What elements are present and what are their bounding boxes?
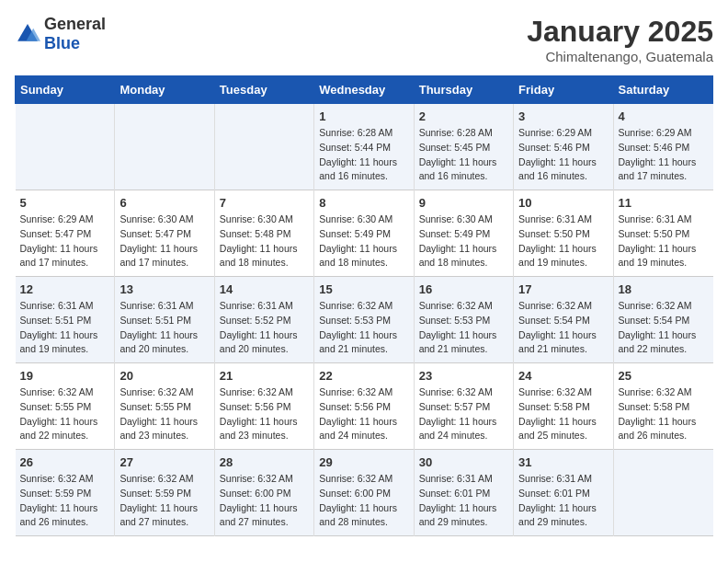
calendar-cell: 19Sunrise: 6:32 AM Sunset: 5:55 PM Dayli… bbox=[16, 363, 115, 450]
location-subtitle: Chimaltenango, Guatemala bbox=[527, 49, 713, 64]
day-info: Sunrise: 6:31 AM Sunset: 5:51 PM Dayligh… bbox=[119, 299, 209, 357]
page-header: General Blue January 2025 Chimaltenango,… bbox=[15, 15, 713, 64]
day-info: Sunrise: 6:28 AM Sunset: 5:44 PM Dayligh… bbox=[319, 126, 408, 184]
day-number: 8 bbox=[319, 196, 408, 210]
month-title: January 2025 bbox=[527, 15, 713, 49]
calendar-cell: 15Sunrise: 6:32 AM Sunset: 5:53 PM Dayli… bbox=[314, 277, 414, 363]
day-number: 22 bbox=[319, 369, 408, 383]
calendar-cell: 23Sunrise: 6:32 AM Sunset: 5:57 PM Dayli… bbox=[414, 363, 513, 450]
calendar-cell: 21Sunrise: 6:32 AM Sunset: 5:56 PM Dayli… bbox=[214, 363, 313, 450]
day-info: Sunrise: 6:32 AM Sunset: 5:57 PM Dayligh… bbox=[419, 385, 508, 443]
calendar-cell bbox=[115, 104, 214, 190]
weekday-header-saturday: Saturday bbox=[613, 76, 712, 104]
day-number: 23 bbox=[419, 369, 508, 383]
day-number: 5 bbox=[20, 196, 110, 210]
day-info: Sunrise: 6:31 AM Sunset: 5:50 PM Dayligh… bbox=[518, 213, 608, 270]
logo-general: General bbox=[44, 15, 106, 33]
weekday-header-thursday: Thursday bbox=[414, 76, 513, 104]
day-info: Sunrise: 6:32 AM Sunset: 5:56 PM Dayligh… bbox=[319, 385, 408, 443]
calendar-week-row: 12Sunrise: 6:31 AM Sunset: 5:51 PM Dayli… bbox=[16, 277, 713, 363]
calendar-cell: 7Sunrise: 6:30 AM Sunset: 5:48 PM Daylig… bbox=[214, 190, 313, 277]
calendar-cell: 24Sunrise: 6:32 AM Sunset: 5:58 PM Dayli… bbox=[514, 363, 613, 450]
day-number: 7 bbox=[220, 196, 309, 210]
day-info: Sunrise: 6:32 AM Sunset: 5:55 PM Dayligh… bbox=[20, 385, 110, 443]
day-info: Sunrise: 6:32 AM Sunset: 5:56 PM Dayligh… bbox=[220, 385, 309, 443]
day-info: Sunrise: 6:30 AM Sunset: 5:49 PM Dayligh… bbox=[319, 213, 408, 270]
calendar-cell bbox=[613, 450, 712, 536]
calendar-cell: 5Sunrise: 6:29 AM Sunset: 5:47 PM Daylig… bbox=[16, 190, 115, 277]
calendar-cell: 18Sunrise: 6:32 AM Sunset: 5:54 PM Dayli… bbox=[613, 277, 712, 363]
day-info: Sunrise: 6:32 AM Sunset: 5:54 PM Dayligh… bbox=[619, 299, 709, 357]
day-number: 28 bbox=[220, 455, 309, 469]
day-info: Sunrise: 6:31 AM Sunset: 5:51 PM Dayligh… bbox=[20, 299, 110, 357]
day-number: 31 bbox=[518, 455, 608, 469]
weekday-header-wednesday: Wednesday bbox=[314, 76, 414, 104]
day-number: 19 bbox=[20, 369, 110, 383]
day-info: Sunrise: 6:30 AM Sunset: 5:48 PM Dayligh… bbox=[220, 213, 309, 270]
day-info: Sunrise: 6:31 AM Sunset: 5:50 PM Dayligh… bbox=[619, 213, 709, 270]
day-number: 4 bbox=[619, 109, 709, 123]
calendar-cell: 28Sunrise: 6:32 AM Sunset: 6:00 PM Dayli… bbox=[214, 450, 313, 536]
calendar-cell: 26Sunrise: 6:32 AM Sunset: 5:59 PM Dayli… bbox=[16, 450, 115, 536]
weekday-header-sunday: Sunday bbox=[16, 76, 115, 104]
day-number: 18 bbox=[619, 282, 709, 296]
logo-icon bbox=[15, 21, 40, 47]
calendar-cell: 13Sunrise: 6:31 AM Sunset: 5:51 PM Dayli… bbox=[115, 277, 214, 363]
calendar-cell: 22Sunrise: 6:32 AM Sunset: 5:56 PM Dayli… bbox=[314, 363, 414, 450]
day-info: Sunrise: 6:32 AM Sunset: 5:58 PM Dayligh… bbox=[619, 385, 709, 443]
calendar-cell bbox=[214, 104, 313, 190]
day-number: 27 bbox=[119, 455, 209, 469]
day-number: 24 bbox=[518, 369, 608, 383]
calendar-cell bbox=[16, 104, 115, 190]
calendar-cell: 30Sunrise: 6:31 AM Sunset: 6:01 PM Dayli… bbox=[414, 450, 513, 536]
calendar-cell: 8Sunrise: 6:30 AM Sunset: 5:49 PM Daylig… bbox=[314, 190, 414, 277]
day-number: 29 bbox=[319, 455, 408, 469]
logo: General Blue bbox=[15, 15, 106, 53]
calendar-cell: 31Sunrise: 6:31 AM Sunset: 6:01 PM Dayli… bbox=[514, 450, 613, 536]
day-info: Sunrise: 6:32 AM Sunset: 6:00 PM Dayligh… bbox=[220, 472, 309, 530]
calendar-week-row: 26Sunrise: 6:32 AM Sunset: 5:59 PM Dayli… bbox=[16, 450, 713, 536]
day-number: 17 bbox=[518, 282, 608, 296]
calendar-cell: 10Sunrise: 6:31 AM Sunset: 5:50 PM Dayli… bbox=[514, 190, 613, 277]
weekday-header-row: SundayMondayTuesdayWednesdayThursdayFrid… bbox=[16, 76, 713, 104]
calendar-cell: 2Sunrise: 6:28 AM Sunset: 5:45 PM Daylig… bbox=[414, 104, 513, 190]
day-number: 10 bbox=[518, 196, 608, 210]
day-info: Sunrise: 6:29 AM Sunset: 5:46 PM Dayligh… bbox=[619, 126, 709, 184]
day-number: 2 bbox=[419, 109, 508, 123]
day-info: Sunrise: 6:32 AM Sunset: 5:53 PM Dayligh… bbox=[319, 299, 408, 357]
calendar-week-row: 19Sunrise: 6:32 AM Sunset: 5:55 PM Dayli… bbox=[16, 363, 713, 450]
day-number: 25 bbox=[619, 369, 709, 383]
calendar-cell: 1Sunrise: 6:28 AM Sunset: 5:44 PM Daylig… bbox=[314, 104, 414, 190]
day-info: Sunrise: 6:32 AM Sunset: 5:59 PM Dayligh… bbox=[20, 472, 110, 530]
calendar-cell: 4Sunrise: 6:29 AM Sunset: 5:46 PM Daylig… bbox=[613, 104, 712, 190]
day-info: Sunrise: 6:32 AM Sunset: 5:59 PM Dayligh… bbox=[119, 472, 209, 530]
calendar-cell: 9Sunrise: 6:30 AM Sunset: 5:49 PM Daylig… bbox=[414, 190, 513, 277]
calendar-cell: 3Sunrise: 6:29 AM Sunset: 5:46 PM Daylig… bbox=[514, 104, 613, 190]
day-number: 3 bbox=[518, 109, 608, 123]
day-info: Sunrise: 6:31 AM Sunset: 6:01 PM Dayligh… bbox=[518, 472, 608, 530]
day-number: 9 bbox=[419, 196, 508, 210]
day-info: Sunrise: 6:31 AM Sunset: 5:52 PM Dayligh… bbox=[220, 299, 309, 357]
calendar-cell: 17Sunrise: 6:32 AM Sunset: 5:54 PM Dayli… bbox=[514, 277, 613, 363]
calendar-cell: 12Sunrise: 6:31 AM Sunset: 5:51 PM Dayli… bbox=[16, 277, 115, 363]
day-info: Sunrise: 6:32 AM Sunset: 5:58 PM Dayligh… bbox=[518, 385, 608, 443]
day-number: 16 bbox=[419, 282, 508, 296]
day-number: 6 bbox=[119, 196, 209, 210]
calendar-cell: 29Sunrise: 6:32 AM Sunset: 6:00 PM Dayli… bbox=[314, 450, 414, 536]
day-number: 11 bbox=[619, 196, 709, 210]
logo-blue: Blue bbox=[44, 34, 80, 52]
day-info: Sunrise: 6:29 AM Sunset: 5:47 PM Dayligh… bbox=[20, 213, 110, 270]
day-number: 1 bbox=[319, 109, 408, 123]
calendar-cell: 27Sunrise: 6:32 AM Sunset: 5:59 PM Dayli… bbox=[115, 450, 214, 536]
day-info: Sunrise: 6:32 AM Sunset: 5:54 PM Dayligh… bbox=[518, 299, 608, 357]
day-info: Sunrise: 6:32 AM Sunset: 5:53 PM Dayligh… bbox=[419, 299, 508, 357]
weekday-header-tuesday: Tuesday bbox=[214, 76, 313, 104]
calendar-cell: 16Sunrise: 6:32 AM Sunset: 5:53 PM Dayli… bbox=[414, 277, 513, 363]
day-number: 14 bbox=[220, 282, 309, 296]
weekday-header-monday: Monday bbox=[115, 76, 214, 104]
calendar-cell: 20Sunrise: 6:32 AM Sunset: 5:55 PM Dayli… bbox=[115, 363, 214, 450]
day-number: 15 bbox=[319, 282, 408, 296]
day-info: Sunrise: 6:29 AM Sunset: 5:46 PM Dayligh… bbox=[518, 126, 608, 184]
day-info: Sunrise: 6:30 AM Sunset: 5:47 PM Dayligh… bbox=[119, 213, 209, 270]
day-info: Sunrise: 6:30 AM Sunset: 5:49 PM Dayligh… bbox=[419, 213, 508, 270]
